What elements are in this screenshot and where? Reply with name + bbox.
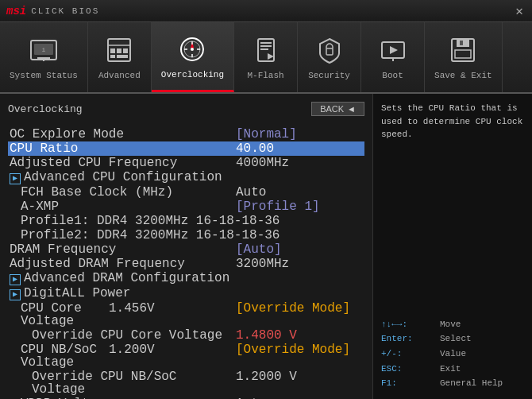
nav-boot[interactable]: Boot [361,22,425,92]
svg-rect-29 [460,41,463,45]
svg-rect-30 [455,50,471,58]
nav-save-exit-label: Save & Exit [434,71,492,80]
svg-text:i: i [42,46,46,53]
bios-row-cpu-nb-soc-volt[interactable]: CPU NB/SoC Voltage1.200V[Override Mode] [8,343,364,370]
key-hints: ↑↓←→:MoveEnter:Select+/-:ValueESC:ExitF1… [381,317,524,391]
left-panel: Overclocking BACK ◄ OC Explore Mode[Norm… [0,94,373,399]
hint-row: F1:General Help [381,376,524,391]
group-icon-adv-dram-config: ▶ [10,274,21,285]
hint-row: Enter:Select [381,331,524,347]
nav-overclocking[interactable]: Overclocking [152,22,234,92]
row-val2-cpu-core-volt: [Override Mode] [236,302,363,327]
hint-key: ↑↓←→: [381,317,437,332]
bios-row-cpu-core-volt[interactable]: CPU Core Voltage1.456V[Override Mode] [8,301,364,328]
bios-row-ovr-cpu-nb-soc-volt[interactable]: Override CPU NB/SoC Voltage1.2000 V [8,370,364,397]
m-flash-icon [250,34,282,66]
bios-row-fch-base-clock[interactable]: FCH Base Clock (MHz)Auto [8,185,364,200]
hint-key: F1: [381,376,437,391]
svg-rect-10 [110,55,115,58]
row-val-cpu-ratio: 40.00 [236,142,363,155]
svg-rect-20 [260,42,272,44]
row-val-fch-base-clock: Auto [236,186,363,199]
row-val-oc-explore: [Normal] [236,128,363,141]
system-status-icon: i [28,34,60,66]
hint-key: ESC: [381,362,437,377]
bios-row-dram-freq[interactable]: DRAM Frequency[Auto] [8,242,364,257]
back-button[interactable]: BACK ◄ [311,102,364,116]
overclocking-icon [176,33,208,65]
hint-row: ↑↓←→:Move [381,317,524,332]
row-key-profile1: Profile1: DDR4 3200MHz 16-18-18-36 [10,215,363,227]
nav-security[interactable]: Security [298,22,361,92]
msi-logo: msi [6,5,26,17]
back-arrow-icon: ◄ [347,104,356,114]
row-key-ovr-cpu-core-volt: Override CPU Core Voltage [10,329,236,342]
back-label: BACK [320,104,344,114]
row-key-digitall-power: ▶DigitALL Power [10,287,363,300]
row-val-cpu-nb-soc-volt: 1.200V [109,343,236,369]
hint-row: ESC:Exit [381,362,524,377]
title-bar: msi CLICK BIOS ✕ [0,0,532,22]
row-key-fch-base-clock: FCH Base Clock (MHz) [10,186,236,199]
row-key-adv-dram-config: ▶Advanced DRAM Configuration [10,272,363,285]
right-panel: Sets the CPU Ratio that is used to deter… [373,94,532,399]
bios-row-adj-dram-freq[interactable]: Adjusted DRAM Frequency3200MHz [8,257,364,271]
nav-system-status[interactable]: i System Status [0,22,88,92]
click-bios-text: CLICK BIOS [31,6,99,16]
bios-row-adj-cpu-freq[interactable]: Adjusted CPU Frequency4000MHz [8,156,364,170]
svg-rect-11 [117,55,128,58]
group-icon-digitall-power: ▶ [10,289,21,300]
svg-rect-22 [260,48,268,50]
bios-row-adv-cpu-config[interactable]: ▶Advanced CPU Configuration [8,170,364,185]
advanced-icon [103,34,135,66]
row-key-adj-dram-freq: Adjusted DRAM Frequency [10,258,236,270]
group-icon-adv-cpu-config: ▶ [10,173,21,184]
bios-row-ovr-cpu-core-volt[interactable]: Override CPU Core Voltage1.4800 V [8,328,364,343]
bios-row-oc-explore[interactable]: OC Explore Mode[Normal] [8,127,364,141]
nav-m-flash[interactable]: M-Flash [234,22,298,92]
row-val-adj-cpu-freq: 4000MHz [236,157,363,169]
bios-row-profile1[interactable]: Profile1: DDR4 3200MHz 16-18-18-36 [8,214,364,228]
nav-advanced[interactable]: Advanced [88,22,152,92]
svg-rect-7 [110,48,115,53]
nav-bar: i System Status Advanced Overclocking M-… [0,22,532,94]
hint-action: Move [440,317,461,332]
bios-row-adv-dram-config[interactable]: ▶Advanced DRAM Configuration [8,271,364,286]
help-text: Sets the CPU Ratio that is used to deter… [381,102,524,141]
hint-action: Exit [440,362,461,377]
row-val2-cpu-nb-soc-volt: [Override Mode] [236,343,363,369]
row-key-profile2: Profile2: DDR4 3200MHz 16-18-18-36 [10,229,363,242]
bios-rows: OC Explore Mode[Normal]CPU Ratio40.00Adj… [8,127,364,399]
section-title: Overclocking [8,103,83,115]
hint-action: Select [440,331,472,347]
bios-row-a-xmp[interactable]: A-XMP[Profile 1] [8,200,364,214]
row-key-adv-cpu-config: ▶Advanced CPU Configuration [10,171,363,184]
row-key-adj-cpu-freq: Adjusted CPU Frequency [10,157,236,169]
row-val-adj-dram-freq: 3200MHz [236,258,363,270]
svg-rect-8 [117,48,121,53]
hint-action: General Help [440,376,503,391]
nav-save-exit[interactable]: Save & Exit [425,22,503,92]
row-val-ovr-cpu-core-volt: 1.4800 V [236,329,363,342]
nav-system-status-label: System Status [10,71,78,80]
nav-security-label: Security [308,71,350,80]
close-button[interactable]: ✕ [513,5,526,17]
security-icon [314,34,345,66]
nav-overclocking-label: Overclocking [161,70,224,79]
nav-m-flash-label: M-Flash [247,71,283,80]
bios-row-profile2[interactable]: Profile2: DDR4 3200MHz 16-18-18-36 [8,228,364,242]
row-key-dram-freq: DRAM Frequency [10,243,236,256]
boot-icon [377,34,409,66]
bios-row-digitall-power[interactable]: ▶DigitALL Power [8,286,364,301]
bios-row-cpu-ratio[interactable]: CPU Ratio40.00 [8,141,364,156]
svg-point-14 [191,48,194,51]
nav-advanced-label: Advanced [98,71,141,80]
row-key-cpu-nb-soc-volt: CPU NB/SoC Voltage [10,343,109,369]
row-key-cpu-ratio: CPU Ratio [10,142,236,155]
row-key-cpu-core-volt: CPU Core Voltage [10,302,109,327]
row-val-a-xmp: [Profile 1] [236,200,363,213]
hint-key: Enter: [381,331,437,347]
svg-rect-21 [260,45,272,47]
row-val-dram-freq: [Auto] [236,243,363,256]
titlebar-logo: msi CLICK BIOS [6,5,99,17]
